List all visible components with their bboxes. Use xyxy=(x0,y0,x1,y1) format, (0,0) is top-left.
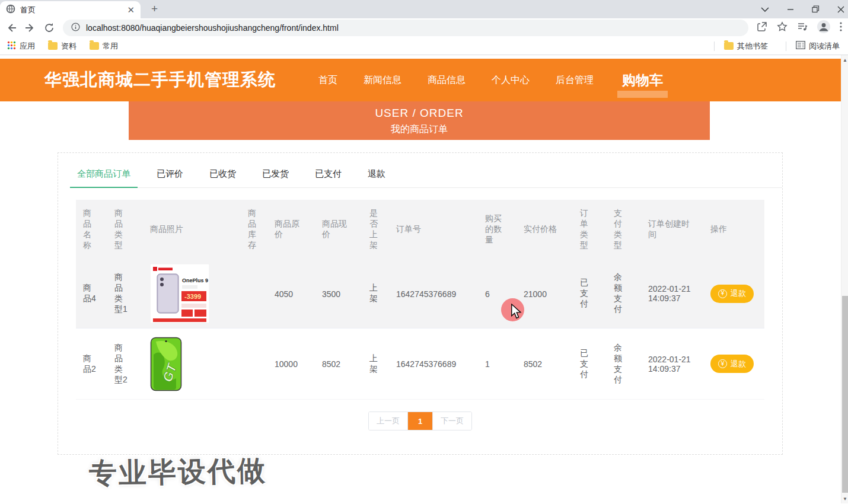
tab-close-icon[interactable]: ✕ xyxy=(127,5,135,14)
reload-icon[interactable] xyxy=(44,23,55,33)
cell-product-type: 商品类型2 xyxy=(107,328,143,400)
url-bar[interactable]: localhost:8080/huaqiangbeiershoushojiush… xyxy=(63,20,748,36)
refund-button[interactable]: ¥ 退款 xyxy=(710,355,754,373)
svg-text:-3399: -3399 xyxy=(184,293,201,300)
product-photo-oneplus9[interactable]: OnePlus 9 -3399 xyxy=(150,264,209,323)
cell-original-price: 10000 xyxy=(267,328,315,400)
back-icon[interactable] xyxy=(6,23,17,33)
bookmark-folder-changyong[interactable]: 常用 xyxy=(90,41,118,52)
main-nav: 首页 新闻信息 商品信息 个人中心 后台管理 购物车 xyxy=(318,71,665,90)
browser-dropdown-icon[interactable] xyxy=(761,7,769,12)
yen-icon: ¥ xyxy=(718,289,727,298)
cell-on-shelf: 上架 xyxy=(362,328,389,400)
orders-table: 商品名称 商品类型 商品照片 商品库存 商品原价 商品现价 是否上架 订单号 购… xyxy=(76,200,764,400)
cell-product-name: 商品2 xyxy=(76,328,107,400)
cell-product-type: 商品类型1 xyxy=(107,259,143,328)
tab-received[interactable]: 已收货 xyxy=(202,162,243,188)
col-header-quantity: 购买的数量 xyxy=(478,200,517,259)
tab-all-orders[interactable]: 全部商品订单 xyxy=(70,162,138,188)
refund-button[interactable]: ¥ 退款 xyxy=(710,285,754,303)
product-photo-gtneo2[interactable]: GT xyxy=(150,337,182,391)
orders-panel: 全部商品订单 已评价 已收货 已发货 已支付 退款 商品名称 商品类型 商品照片… xyxy=(58,152,783,455)
bookmark-label: 常用 xyxy=(103,41,118,52)
window-close-button[interactable] xyxy=(837,6,844,13)
tab-title: 首页 xyxy=(20,5,122,15)
nav-item-admin[interactable]: 后台管理 xyxy=(556,74,594,87)
globe-favicon-icon xyxy=(6,4,15,16)
bookmark-apps[interactable]: 应用 xyxy=(7,41,35,52)
cell-product-photo: OnePlus 9 -3399 xyxy=(143,259,241,328)
cell-stock xyxy=(241,328,267,400)
cell-original-price: 4050 xyxy=(267,259,315,328)
col-header-pay-type: 支付类型 xyxy=(607,200,641,259)
scrollbar-down-icon[interactable]: ▼ xyxy=(841,495,848,502)
bookmark-label: 资料 xyxy=(61,41,76,52)
browser-menu-icon[interactable] xyxy=(840,22,842,34)
browser-tab[interactable]: 首页 ✕ xyxy=(0,1,141,18)
cell-actions: ¥ 退款 xyxy=(703,259,764,328)
bookmark-other-bookmarks[interactable]: 其他书签 xyxy=(724,41,768,52)
reading-list-icon xyxy=(796,41,805,51)
cell-current-price: 3500 xyxy=(315,259,362,328)
window-minimize-button[interactable] xyxy=(787,6,794,13)
order-row: 商品2 商品类型2 GT 10000 8502 上架 xyxy=(76,328,764,400)
site-title: 华强北商城二手手机管理系统 xyxy=(44,68,276,92)
page-scrollbar[interactable]: ▲ ▼ xyxy=(841,55,848,503)
bookmark-folder-ziliao[interactable]: 资料 xyxy=(48,41,76,52)
svg-text:OnePlus 9: OnePlus 9 xyxy=(182,277,208,283)
bookmark-star-icon[interactable] xyxy=(777,21,788,34)
reading-list-button[interactable]: 阅读清单 xyxy=(796,41,840,52)
nav-item-home[interactable]: 首页 xyxy=(318,74,337,87)
watermark-text: 专业毕设代做 xyxy=(88,452,267,492)
folder-icon xyxy=(90,42,99,50)
cell-order-type: 已支付 xyxy=(573,328,607,400)
current-page-button[interactable]: 1 xyxy=(408,412,432,430)
tab-reviewed[interactable]: 已评价 xyxy=(149,162,190,188)
new-tab-button[interactable]: + xyxy=(151,2,158,15)
divider xyxy=(714,42,715,51)
nav-item-news[interactable]: 新闻信息 xyxy=(364,74,401,87)
bookmark-label: 其他书签 xyxy=(737,41,768,52)
divider xyxy=(786,42,786,51)
cell-paid-price: 21000 xyxy=(517,259,573,328)
cell-pay-type: 余额支付 xyxy=(607,328,641,400)
browser-address-bar: localhost:8080/huaqiangbeiershoushojiush… xyxy=(0,18,848,37)
tab-shipped[interactable]: 已发货 xyxy=(255,162,296,188)
cell-stock xyxy=(241,259,267,328)
prev-page-button[interactable]: 上一页 xyxy=(369,412,408,430)
cell-order-no: 1642745376689 xyxy=(389,259,478,328)
cell-on-shelf: 上架 xyxy=(362,259,389,328)
cell-order-no: 1642745376689 xyxy=(389,328,478,400)
yen-icon: ¥ xyxy=(718,359,727,368)
nav-item-personal-center[interactable]: 个人中心 xyxy=(492,74,530,87)
cell-product-name: 商品4 xyxy=(76,259,107,328)
site-header: 华强北商城二手手机管理系统 首页 新闻信息 商品信息 个人中心 后台管理 购物车 xyxy=(0,59,841,101)
refund-label: 退款 xyxy=(731,359,746,369)
forward-icon[interactable] xyxy=(25,23,36,33)
profile-avatar-icon[interactable] xyxy=(817,20,830,36)
order-filter-tabs: 全部商品订单 已评价 已收货 已发货 已支付 退款 xyxy=(70,162,782,188)
col-header-product-name: 商品名称 xyxy=(76,200,107,259)
col-header-original-price: 商品原价 xyxy=(267,200,315,259)
scrollbar-up-icon[interactable]: ▲ xyxy=(841,56,848,63)
url-text: localhost:8080/huaqiangbeiershoushojiush… xyxy=(86,23,339,33)
media-controls-icon[interactable] xyxy=(797,21,808,34)
bookmark-label: 阅读清单 xyxy=(809,41,840,52)
folder-icon xyxy=(48,42,58,50)
next-page-button[interactable]: 下一页 xyxy=(432,412,471,430)
cell-order-type: 已支付 xyxy=(573,259,607,328)
page: 华强北商城二手手机管理系统 首页 新闻信息 商品信息 个人中心 后台管理 购物车… xyxy=(0,55,848,503)
scrollbar-thumb[interactable] xyxy=(842,296,848,493)
tab-refund[interactable]: 退款 xyxy=(361,162,393,188)
col-header-on-shelf: 是否上架 xyxy=(362,200,389,259)
col-header-stock: 商品库存 xyxy=(241,200,267,259)
col-header-actions: 操作 xyxy=(703,200,764,259)
nav-item-cart[interactable]: 购物车 xyxy=(620,71,665,90)
window-restore-button[interactable] xyxy=(812,5,820,13)
refund-label: 退款 xyxy=(731,288,746,299)
nav-item-products[interactable]: 商品信息 xyxy=(428,74,466,87)
tab-paid[interactable]: 已支付 xyxy=(308,162,349,188)
share-icon[interactable] xyxy=(757,21,767,34)
site-info-icon[interactable] xyxy=(71,23,80,34)
cell-created-time: 2022-01-21 14:09:37 xyxy=(641,328,703,400)
